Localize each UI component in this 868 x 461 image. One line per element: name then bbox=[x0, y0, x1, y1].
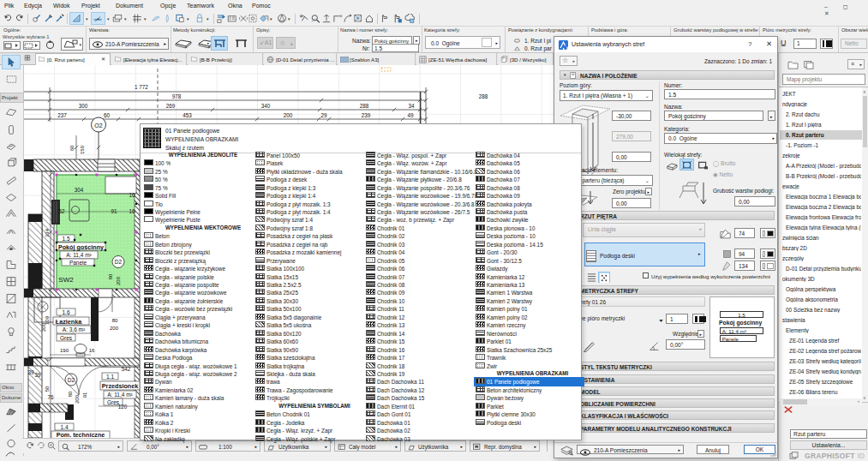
svg-text:334: 334 bbox=[45, 228, 50, 237]
svg-text:150: 150 bbox=[80, 145, 85, 154]
svg-text:D2: D2 bbox=[115, 259, 123, 265]
svg-text:A: 11,4 m²: A: 11,4 m² bbox=[66, 252, 92, 258]
svg-text:1.6: 1.6 bbox=[62, 309, 69, 315]
svg-text:340: 340 bbox=[261, 103, 271, 109]
svg-text:1 772: 1 772 bbox=[135, 84, 148, 90]
svg-text:60: 60 bbox=[104, 112, 111, 118]
svg-text:16: 16 bbox=[129, 208, 135, 214]
svg-text:16: 16 bbox=[89, 348, 95, 353]
svg-text:80: 80 bbox=[108, 273, 113, 279]
svg-text:50: 50 bbox=[45, 386, 50, 392]
svg-text:1.1: 1.1 bbox=[106, 374, 114, 380]
svg-text:190: 190 bbox=[60, 348, 69, 353]
svg-text:91: 91 bbox=[111, 208, 117, 214]
svg-text:29: 29 bbox=[320, 112, 327, 118]
svg-text:Gres: Gres bbox=[60, 335, 73, 341]
svg-text:60: 60 bbox=[69, 145, 75, 151]
svg-text:Pokój gościnny: Pokój gościnny bbox=[58, 243, 104, 251]
svg-text:200: 200 bbox=[284, 112, 293, 118]
svg-text:288: 288 bbox=[360, 103, 369, 109]
svg-text:542: 542 bbox=[122, 366, 131, 372]
svg-text:304: 304 bbox=[75, 187, 84, 193]
svg-text:O2: O2 bbox=[94, 123, 102, 129]
svg-text:SW2: SW2 bbox=[58, 276, 74, 284]
svg-text:1.5: 1.5 bbox=[62, 236, 69, 242]
svg-text:453: 453 bbox=[183, 112, 192, 118]
svg-text:80: 80 bbox=[68, 391, 73, 397]
svg-text:Pom. techniczne: Pom. techniczne bbox=[57, 431, 105, 438]
svg-text:A: 11,4 m²: A: 11,4 m² bbox=[107, 392, 133, 398]
svg-text:49: 49 bbox=[407, 112, 414, 118]
svg-text:1.4: 1.4 bbox=[60, 424, 68, 430]
svg-text:16: 16 bbox=[129, 192, 135, 198]
svg-text:200: 200 bbox=[110, 326, 119, 331]
svg-text:A: 3,6 m²: A: 3,6 m² bbox=[63, 326, 86, 332]
svg-text:D2: D2 bbox=[68, 377, 75, 383]
svg-text:269: 269 bbox=[166, 103, 176, 109]
svg-text:39: 39 bbox=[27, 369, 34, 375]
svg-text:300: 300 bbox=[79, 103, 88, 109]
svg-text:34: 34 bbox=[408, 103, 415, 109]
svg-text:52: 52 bbox=[58, 208, 65, 214]
svg-text:978: 978 bbox=[172, 93, 182, 99]
svg-text:80: 80 bbox=[112, 318, 118, 323]
svg-text:Łazienka: Łazienka bbox=[56, 318, 82, 326]
svg-text:120: 120 bbox=[118, 404, 128, 410]
svg-text:239: 239 bbox=[362, 112, 371, 118]
svg-text:200: 200 bbox=[116, 276, 121, 285]
svg-text:Przedsionek: Przedsionek bbox=[102, 382, 138, 390]
svg-text:109: 109 bbox=[45, 315, 50, 325]
svg-text:39: 39 bbox=[34, 372, 41, 378]
svg-text:91: 91 bbox=[82, 392, 87, 398]
svg-text:288: 288 bbox=[479, 93, 488, 99]
svg-text:Panele: Panele bbox=[69, 260, 87, 266]
svg-text:237: 237 bbox=[57, 112, 67, 118]
svg-text:200: 200 bbox=[75, 394, 80, 404]
